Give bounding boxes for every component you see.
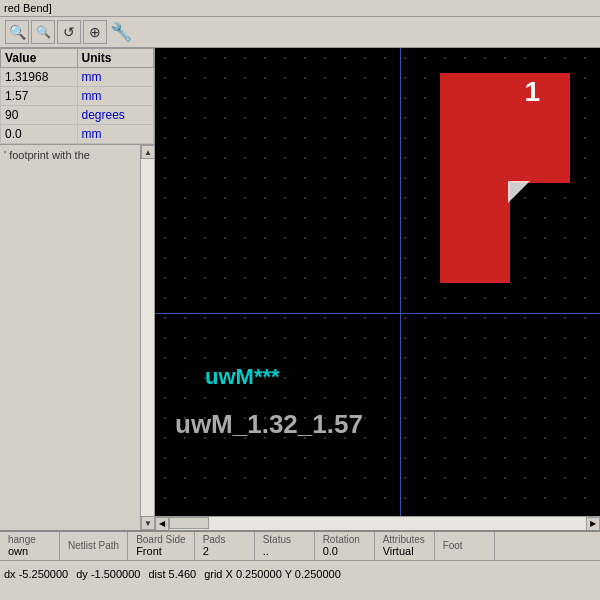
table-cell-value: 1.31968 bbox=[1, 68, 78, 87]
special-icon-button[interactable]: 🔧 bbox=[109, 20, 133, 44]
left-panel: Value Units 1.31968mm1.57mm90degrees0.0m… bbox=[0, 48, 155, 530]
canvas-area[interactable]: 1 uwM*** uwM_1.32_1.57 ◀ ▶ bbox=[155, 48, 600, 530]
table-cell-value: 1.57 bbox=[1, 87, 78, 106]
status-attributes: Attributes Virtual bbox=[375, 532, 435, 560]
table-row: 1.57mm bbox=[1, 87, 154, 106]
table-cell-units: mm bbox=[77, 87, 154, 106]
status-grid: grid X 0.250000 Y 0.250000 bbox=[204, 568, 341, 580]
title-bar: red Bend] bbox=[0, 0, 600, 17]
status-rotation: Rotation 0.0 bbox=[315, 532, 375, 560]
table-cell-value: 90 bbox=[1, 106, 78, 125]
status-netlist: Netlist Path bbox=[60, 532, 128, 560]
status-bar: hange own Netlist Path Board Side Front … bbox=[0, 530, 600, 588]
status-change-val: own bbox=[8, 545, 51, 557]
status-status-label: Status bbox=[263, 534, 306, 545]
component-num-text: 1 bbox=[524, 76, 540, 107]
status-rotation-label: Rotation bbox=[323, 534, 366, 545]
status-change: hange own bbox=[0, 532, 60, 560]
component-number: 1 bbox=[524, 76, 540, 108]
special-icon: 🔧 bbox=[110, 21, 132, 43]
zoom-refresh-button[interactable]: ↺ bbox=[57, 20, 81, 44]
status-netlist-label: Netlist Path bbox=[68, 540, 119, 551]
properties-table: Value Units 1.31968mm1.57mm90degrees0.0m… bbox=[0, 48, 154, 144]
zoom-in-icon: 🔍 bbox=[9, 24, 26, 40]
zoom-refresh-icon: ↺ bbox=[63, 24, 75, 40]
status-rotation-val: 0.0 bbox=[323, 545, 366, 557]
table-cell-units: mm bbox=[77, 68, 154, 87]
status-board-side-val: Front bbox=[136, 545, 185, 557]
svg-marker-1 bbox=[508, 181, 530, 203]
zoom-out-button[interactable]: 🔍 bbox=[31, 20, 55, 44]
scroll-right-button[interactable]: ▶ bbox=[586, 517, 600, 531]
status-row-2: dx -5.250000 dy -1.500000 dist 5.460 gri… bbox=[0, 561, 600, 588]
teal-label: uwM*** bbox=[205, 364, 280, 390]
zoom-fit-icon: ⊕ bbox=[89, 24, 101, 40]
col-value-header: Value bbox=[1, 49, 78, 68]
vertical-guide-line bbox=[400, 48, 401, 530]
horizontal-scrollbar[interactable]: ◀ ▶ bbox=[155, 516, 600, 530]
zoom-in-button[interactable]: 🔍 bbox=[5, 20, 29, 44]
status-board-side: Board Side Front bbox=[128, 532, 194, 560]
status-status: Status .. bbox=[255, 532, 315, 560]
vertical-scrollbar[interactable]: ▲ ▼ bbox=[140, 145, 154, 530]
scroll-down-button[interactable]: ▼ bbox=[141, 516, 154, 530]
status-pads-val: 2 bbox=[203, 545, 246, 557]
status-row-1: hange own Netlist Path Board Side Front … bbox=[0, 532, 600, 561]
table-cell-units: mm bbox=[77, 125, 154, 144]
col-units-header: Units bbox=[77, 49, 154, 68]
properties-text-area: ' footprint with the ▲ ▼ bbox=[0, 144, 154, 530]
gray-label-text: uwM_1.32_1.57 bbox=[175, 409, 363, 439]
zoom-fit-button[interactable]: ⊕ bbox=[83, 20, 107, 44]
status-change-label: hange bbox=[8, 534, 51, 545]
table-row: 90degrees bbox=[1, 106, 154, 125]
teal-label-text: uwM*** bbox=[205, 364, 280, 389]
gray-label: uwM_1.32_1.57 bbox=[175, 409, 363, 440]
status-dist: dist 5.460 bbox=[148, 568, 196, 580]
status-foot: Foot bbox=[435, 532, 495, 560]
table-row: 0.0mm bbox=[1, 125, 154, 144]
properties-text: ' footprint with the bbox=[4, 149, 90, 161]
status-attributes-label: Attributes bbox=[383, 534, 426, 545]
status-pads: Pads 2 bbox=[195, 532, 255, 560]
status-dx: dx -5.250000 bbox=[4, 568, 68, 580]
scroll-left-button[interactable]: ◀ bbox=[155, 517, 169, 531]
status-board-side-label: Board Side bbox=[136, 534, 185, 545]
svg-marker-0 bbox=[440, 73, 570, 283]
status-foot-label: Foot bbox=[443, 540, 486, 551]
main-area: Value Units 1.31968mm1.57mm90degrees0.0m… bbox=[0, 48, 600, 530]
scroll-up-button[interactable]: ▲ bbox=[141, 145, 154, 159]
table-cell-value: 0.0 bbox=[1, 125, 78, 144]
table-row: 1.31968mm bbox=[1, 68, 154, 87]
toolbar: 🔍 🔍 ↺ ⊕ 🔧 bbox=[0, 17, 600, 48]
status-pads-label: Pads bbox=[203, 534, 246, 545]
hscroll-thumb[interactable] bbox=[169, 517, 209, 529]
hscroll-track[interactable] bbox=[169, 517, 586, 531]
zoom-out-icon: 🔍 bbox=[36, 25, 51, 39]
horizontal-guide-line bbox=[155, 313, 600, 314]
status-dy: dy -1.500000 bbox=[76, 568, 140, 580]
title-text: red Bend] bbox=[4, 2, 52, 14]
status-status-val: .. bbox=[263, 545, 306, 557]
status-attributes-val: Virtual bbox=[383, 545, 426, 557]
component-shape bbox=[410, 63, 580, 296]
scroll-track[interactable] bbox=[141, 159, 154, 516]
table-cell-units: degrees bbox=[77, 106, 154, 125]
